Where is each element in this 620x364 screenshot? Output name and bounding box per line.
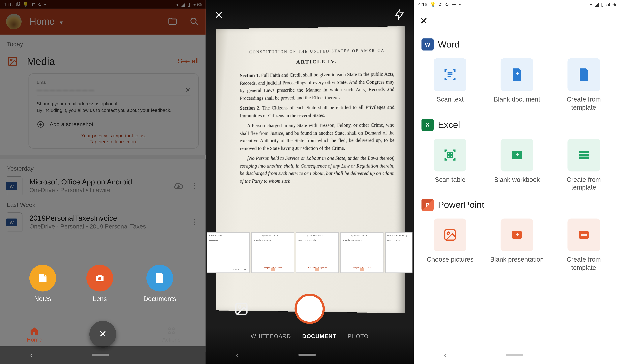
- svg-point-31: [447, 232, 450, 234]
- word-section: WWord Scan text Blank document Create fr…: [414, 33, 620, 113]
- template-icon: [567, 219, 600, 251]
- lens-fab[interactable]: Lens: [86, 265, 113, 302]
- scrim[interactable]: [0, 0, 206, 364]
- powerpoint-app-icon: P: [421, 199, 434, 211]
- mode-photo[interactable]: PHOTO: [348, 333, 369, 340]
- camera-icon: [86, 265, 113, 291]
- tile-blank-presentation[interactable]: Blank presentation: [488, 219, 546, 272]
- nav-home[interactable]: Home: [0, 326, 69, 343]
- tile-excel-template[interactable]: Create from template: [555, 138, 612, 192]
- bulb-icon: 💡: [430, 1, 436, 7]
- scan-text-icon: [434, 58, 466, 91]
- svg-point-10: [172, 328, 174, 330]
- thumb[interactable]: ————@hotmail.com ✕⊕ Add a screenshotYour…: [296, 232, 339, 273]
- thumb[interactable]: ————@hotmail.com ✕⊕ Add a screenshotYour…: [341, 232, 383, 273]
- battery-icon: ▯: [601, 1, 604, 7]
- signal-icon: ◢: [595, 1, 599, 7]
- back-icon[interactable]: ‹: [444, 350, 447, 360]
- thumb[interactable]: Reset Office?————————————CANCEL RESET: [207, 232, 250, 273]
- status-bar: 4:16 💡 ⇵ ↻ ••• • ▾ ◢ ▯ 55%: [414, 0, 620, 9]
- actions-icon: [167, 326, 176, 335]
- wifi-icon: ▾: [590, 1, 592, 7]
- blank-presentation-icon: [500, 219, 533, 251]
- nav-actions[interactable]: Actions: [137, 326, 206, 343]
- powerpoint-section: PPowerPoint Choose pictures Blank presen…: [414, 194, 620, 273]
- tile-blank-workbook[interactable]: Blank workbook: [488, 138, 546, 192]
- home-pill[interactable]: [298, 354, 316, 356]
- thumbnail-strip[interactable]: Reset Office?————————————CANCEL RESET ——…: [207, 232, 413, 273]
- create-fabs: Notes Lens Documents: [0, 265, 206, 302]
- tile-scan-text[interactable]: Scan text: [421, 58, 479, 112]
- svg-marker-13: [396, 10, 403, 19]
- svg-rect-27: [579, 151, 589, 159]
- battery-pct: 55%: [606, 2, 616, 7]
- status-time: 4:16: [418, 2, 427, 7]
- system-nav: ‹: [0, 346, 206, 364]
- svg-point-15: [238, 306, 241, 308]
- system-nav: ‹: [414, 346, 620, 364]
- flash-icon[interactable]: [394, 9, 405, 22]
- gallery-icon[interactable]: [234, 302, 249, 316]
- sync-icon: ⇵: [438, 1, 442, 7]
- notes-icon: [30, 265, 56, 291]
- close-fab[interactable]: ✕: [90, 321, 116, 348]
- svg-point-11: [168, 332, 170, 334]
- scan-modes: WHITEBOARD DOCUMENT PHOTO: [206, 333, 414, 340]
- system-nav: ‹: [206, 346, 414, 364]
- back-icon[interactable]: ‹: [30, 350, 33, 360]
- svg-point-8: [98, 277, 101, 280]
- tile-ppt-template[interactable]: Create from template: [555, 219, 612, 272]
- svg-rect-26: [517, 153, 518, 156]
- tile-scan-table[interactable]: Scan table: [421, 138, 479, 192]
- bottom-nav: Home ✕ Actions: [0, 322, 206, 346]
- svg-point-9: [168, 328, 170, 330]
- home-pill[interactable]: [506, 354, 523, 356]
- blank-workbook-icon: [500, 138, 533, 171]
- word-app-icon: W: [421, 38, 434, 50]
- document-icon: [146, 265, 173, 291]
- notes-fab[interactable]: Notes: [30, 265, 56, 302]
- svg-rect-34: [517, 233, 518, 236]
- template-icon: [567, 58, 600, 91]
- create-new-panel: 4:16 💡 ⇵ ↻ ••• • ▾ ◢ ▯ 55% ✕ WWord Scan …: [414, 0, 620, 364]
- excel-app-icon: X: [421, 119, 434, 131]
- home-pill[interactable]: [92, 354, 109, 356]
- shutter-button[interactable]: [294, 294, 325, 324]
- tile-blank-document[interactable]: Blank document: [488, 58, 546, 112]
- tile-word-template[interactable]: Create from template: [555, 58, 612, 112]
- documents-fab[interactable]: Documents: [143, 265, 176, 302]
- close-icon[interactable]: ✕: [214, 9, 224, 22]
- mode-document[interactable]: DOCUMENT: [302, 333, 336, 340]
- dot-icon: •: [459, 2, 461, 7]
- svg-rect-20: [517, 72, 518, 75]
- blank-doc-icon: [500, 58, 533, 91]
- scanner-panel: CONSTITUTION OF THE UNITED STATES OF AME…: [206, 0, 414, 364]
- mode-whiteboard[interactable]: WHITEBOARD: [251, 333, 291, 340]
- home-icon: [30, 326, 39, 335]
- scan-table-icon: [434, 138, 466, 171]
- tile-choose-pictures[interactable]: Choose pictures: [421, 219, 479, 272]
- template-icon: [567, 138, 600, 171]
- svg-rect-36: [581, 234, 587, 236]
- refresh-icon: ↻: [445, 1, 449, 7]
- thumb[interactable]: ————@hotmail.com ✕⊕ Add a screenshotYour…: [251, 232, 294, 273]
- thumb[interactable]: I don't like somethingHave an idea————: [385, 232, 412, 273]
- svg-point-12: [172, 332, 174, 334]
- excel-section: XExcel Scan table Blank workbook Create …: [414, 113, 620, 193]
- choose-pictures-icon: [434, 219, 466, 251]
- office-home-panel: 4:15 🖼 💡 ⇵ ↻ • ▾ ◢ ▯ 56% Home ▾ Today Me…: [0, 0, 206, 364]
- close-icon[interactable]: ✕: [414, 9, 620, 33]
- back-icon[interactable]: ‹: [236, 350, 238, 360]
- dots-icon: •••: [451, 2, 456, 7]
